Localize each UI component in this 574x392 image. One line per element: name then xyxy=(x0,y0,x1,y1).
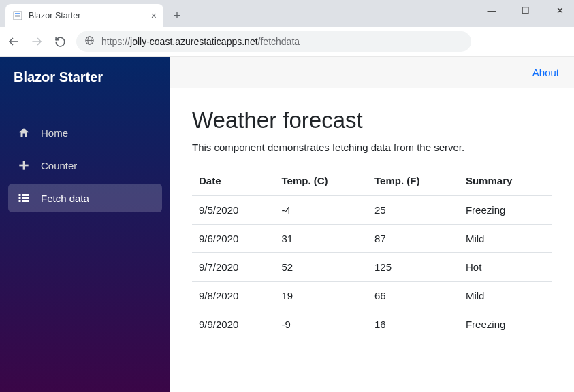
table-row: 9/6/2020 31 87 Mild xyxy=(192,225,552,253)
sidebar-item-home[interactable]: Home xyxy=(8,118,162,147)
cell-temp-f: 25 xyxy=(368,195,459,225)
cell-temp-f: 125 xyxy=(368,253,459,282)
topbar: About xyxy=(170,57,574,88)
about-link[interactable]: About xyxy=(532,67,559,78)
list-icon xyxy=(18,192,30,204)
cell-temp-f: 87 xyxy=(368,225,459,253)
svg-rect-2 xyxy=(15,15,20,16)
cell-date: 9/8/2020 xyxy=(192,282,275,310)
cell-summary: Freezing xyxy=(459,310,552,339)
content-area: About Weather forecast This component de… xyxy=(170,57,574,392)
sidebar-item-fetch-data[interactable]: Fetch data xyxy=(8,184,162,212)
minimize-button[interactable]: — xyxy=(481,5,502,16)
sidebar-item-counter[interactable]: Counter xyxy=(8,151,162,180)
browser-toolbar: https://jolly-coast.azurestaticapps.net/… xyxy=(0,27,574,56)
cell-temp-f: 66 xyxy=(368,282,459,310)
sidebar-item-label: Home xyxy=(41,127,68,139)
browser-chrome: Blazor Starter × + — ☐ ✕ https://jolly-c… xyxy=(0,0,574,57)
page-body: Weather forecast This component demonstr… xyxy=(170,88,574,357)
cell-date: 9/6/2020 xyxy=(192,225,275,253)
cell-date: 9/9/2020 xyxy=(192,310,275,339)
site-info-icon[interactable] xyxy=(84,35,95,48)
cell-temp-c: -4 xyxy=(275,195,368,225)
cell-summary: Mild xyxy=(459,282,552,310)
svg-rect-13 xyxy=(22,194,29,196)
table-row: 9/7/2020 52 125 Hot xyxy=(192,253,552,282)
sidebar-item-label: Fetch data xyxy=(41,193,89,204)
browser-tab[interactable]: Blazor Starter × xyxy=(5,4,163,27)
forecast-table: Date Temp. (C) Temp. (F) Summary 9/5/202… xyxy=(192,167,552,338)
sidebar: Blazor Starter Home Counter Fetch data xyxy=(0,57,170,392)
cell-date: 9/7/2020 xyxy=(192,253,275,282)
table-row: 9/9/2020 -9 16 Freezing xyxy=(192,310,552,339)
cell-temp-c: -9 xyxy=(275,310,368,339)
brand-title[interactable]: Blazor Starter xyxy=(0,57,170,99)
back-button[interactable] xyxy=(7,35,20,48)
svg-rect-14 xyxy=(19,197,21,199)
window-controls: — ☐ ✕ xyxy=(481,0,570,20)
home-icon xyxy=(18,127,30,139)
url-path: /fetchdata xyxy=(258,36,300,47)
sidebar-item-label: Counter xyxy=(41,160,77,172)
svg-rect-15 xyxy=(22,197,29,199)
page-title: Weather forecast xyxy=(192,108,552,133)
cell-temp-c: 19 xyxy=(275,282,368,310)
table-row: 9/5/2020 -4 25 Freezing xyxy=(192,195,552,225)
tab-strip: Blazor Starter × + — ☐ ✕ xyxy=(0,0,574,27)
svg-rect-12 xyxy=(19,194,21,196)
svg-rect-11 xyxy=(19,165,28,167)
cell-summary: Mild xyxy=(459,225,552,253)
page-description: This component demonstrates fetching dat… xyxy=(192,142,552,153)
app-root: Blazor Starter Home Counter Fetch data xyxy=(0,57,574,392)
col-summary: Summary xyxy=(459,167,552,195)
page-favicon-icon xyxy=(12,10,23,21)
close-window-button[interactable]: ✕ xyxy=(549,5,570,16)
cell-temp-c: 31 xyxy=(275,225,368,253)
col-temp-f: Temp. (F) xyxy=(368,167,459,195)
cell-summary: Freezing xyxy=(459,195,552,225)
cell-temp-f: 16 xyxy=(368,310,459,339)
cell-temp-c: 52 xyxy=(275,253,368,282)
svg-rect-3 xyxy=(15,16,20,17)
col-temp-c: Temp. (C) xyxy=(275,167,368,195)
sidebar-nav: Home Counter Fetch data xyxy=(0,109,170,222)
url-host: jolly-coast.azurestaticapps.net xyxy=(130,36,258,47)
plus-icon xyxy=(18,159,30,172)
forward-button[interactable] xyxy=(30,35,44,48)
url-scheme: https:// xyxy=(101,36,130,47)
svg-rect-1 xyxy=(15,13,20,14)
close-tab-icon[interactable]: × xyxy=(151,10,157,21)
reload-button[interactable] xyxy=(53,35,67,48)
url-text: https://jolly-coast.azurestaticapps.net/… xyxy=(101,36,300,47)
browser-tab-title: Blazor Starter xyxy=(29,11,146,20)
maximize-button[interactable]: ☐ xyxy=(515,5,536,16)
address-bar[interactable]: https://jolly-coast.azurestaticapps.net/… xyxy=(76,31,471,52)
table-header-row: Date Temp. (C) Temp. (F) Summary xyxy=(192,167,552,195)
cell-date: 9/5/2020 xyxy=(192,195,275,225)
new-tab-button[interactable]: + xyxy=(168,7,187,26)
svg-rect-16 xyxy=(19,200,21,202)
svg-rect-17 xyxy=(22,200,29,202)
col-date: Date xyxy=(192,167,275,195)
cell-summary: Hot xyxy=(459,253,552,282)
table-row: 9/8/2020 19 66 Mild xyxy=(192,282,552,310)
svg-rect-4 xyxy=(15,18,18,18)
